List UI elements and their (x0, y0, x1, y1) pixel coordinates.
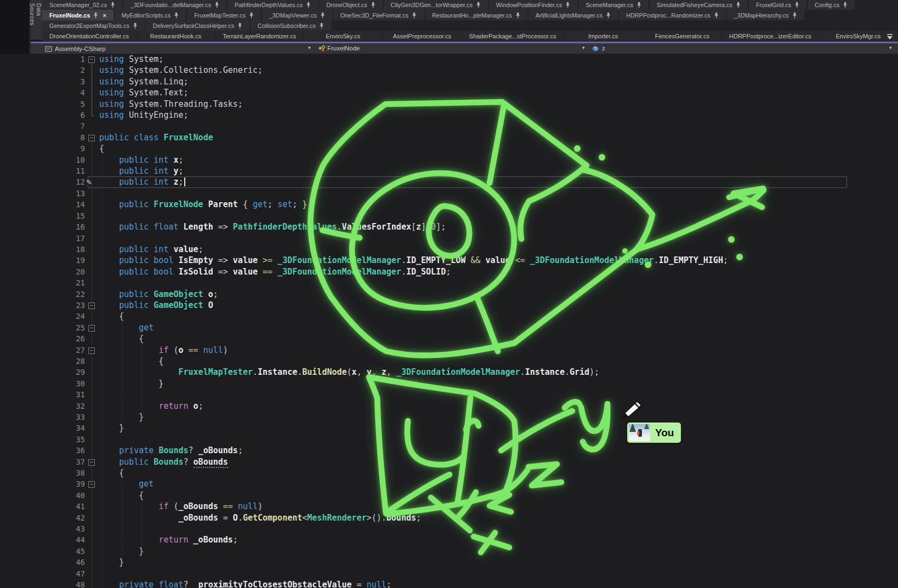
tab-onesec3d-fileformat-cs[interactable]: OneSec3D_FileFormat.cs (333, 10, 424, 20)
code-line-24[interactable]: 24 { (0, 311, 898, 322)
code-line-38[interactable]: 38 { (0, 467, 898, 478)
chevron-down-icon[interactable]: ▾ (889, 45, 892, 50)
tab-fencesgenerator-cs[interactable]: FencesGenerator.cs (643, 31, 721, 42)
code-line-35[interactable]: 35 (0, 434, 898, 445)
pin-icon[interactable] (174, 12, 179, 19)
tab--3dfoundatio-delmanager-cs[interactable]: _3DFoundatio...delManager.cs (123, 0, 226, 10)
pin-icon[interactable] (306, 2, 311, 8)
project-dropdown[interactable]: Assembly-CSharp (55, 45, 106, 52)
code-line-30[interactable]: 30 } (0, 378, 898, 389)
pin-icon[interactable] (320, 12, 325, 19)
tab-scenemanager-cs[interactable]: SceneManager.cs (578, 0, 648, 10)
code-line-7[interactable]: 7 (0, 121, 898, 132)
code-line-22[interactable]: 22 public GameObject o; (0, 289, 898, 300)
tab-terrainlayerrandomizer-cs[interactable]: TerrainLayerRandomizer.cs (215, 31, 303, 42)
tab-deliverysurfaceclasshelper-cs[interactable]: DeliverySurfaceClassHelper.cs (146, 20, 249, 31)
code-line-43[interactable]: 43 (0, 523, 898, 534)
code-line-44[interactable]: 44 return _oBounds; (0, 534, 898, 545)
tab-myeditorscripts-cs[interactable]: MyEditorScripts.cs (115, 10, 186, 20)
code-line-34[interactable]: 34 } (0, 423, 898, 433)
code-line-40[interactable]: 40 { (0, 490, 898, 501)
code-line-14[interactable]: 14 public FruxelNode Parent { get; set; … (0, 199, 898, 210)
pin-icon[interactable] (214, 2, 219, 8)
pin-icon[interactable] (249, 12, 254, 19)
code-line-27[interactable]: 27− if (o == null) (0, 345, 898, 356)
code-line-6[interactable]: 6using UnityEngine; (0, 110, 898, 121)
code-line-13[interactable]: 13 (0, 188, 898, 199)
tab--3dmapviewer-cs[interactable]: _3DMapViewer.cs (262, 10, 332, 20)
code-line-31[interactable]: 31 (0, 389, 898, 400)
tab-shaderpackage-stprocessor-cs[interactable]: ShaderPackage...stProcessor.cs (462, 31, 564, 42)
code-line-21[interactable]: 21 (0, 277, 898, 288)
tab-windowpositionfinder-cs[interactable]: WindowPositionFinder.cs (489, 0, 578, 10)
code-line-47[interactable]: 47 (0, 568, 898, 579)
fold-collapse-icon[interactable]: − (88, 56, 95, 63)
code-line-20[interactable]: 20 public bool IsSolid => value == _3DFo… (0, 266, 898, 277)
member-dropdown[interactable]: z (602, 45, 605, 52)
pin-icon[interactable] (843, 2, 848, 8)
pin-icon[interactable] (794, 2, 799, 8)
pin-icon[interactable] (476, 2, 481, 8)
tab-envirosky-cs[interactable]: EnviroSky.cs (304, 31, 382, 42)
fold-collapse-icon[interactable]: − (88, 135, 95, 141)
code-line-32[interactable]: 32 return o; (0, 401, 898, 412)
close-icon[interactable]: × (103, 12, 106, 19)
code-line-4[interactable]: 4using System.Text; (0, 87, 898, 98)
pin-icon[interactable] (714, 12, 719, 19)
pin-icon[interactable] (515, 12, 520, 19)
code-editor[interactable]: 1−using System;2using System.Collections… (0, 54, 898, 588)
code-line-9[interactable]: 9{ (0, 143, 898, 154)
code-line-10[interactable]: 10 public int x; (0, 155, 898, 165)
tab-collisionsubscriber-cs[interactable]: CollisionSubscriber.cs (251, 20, 331, 31)
tab-droneorientationcontroller-cs[interactable]: DroneOrientationController.cs (42, 31, 136, 42)
tab-config-cs[interactable]: Config.cs (808, 0, 855, 10)
tab--3dmaphierarchy-cs[interactable]: _3DMapHierarchy.cs (727, 10, 804, 20)
pin-icon[interactable] (319, 22, 324, 29)
type-dropdown[interactable]: FruxelNode (327, 45, 360, 52)
pin-icon[interactable] (237, 22, 242, 29)
pin-icon[interactable] (792, 12, 797, 19)
tab-restaurantho-plemanager-cs[interactable]: RestaurantHo...pleManager.cs (425, 10, 527, 20)
tab-hdrppostproce-izereditor-cs[interactable]: HDRPPostproce...izerEditor.cs (722, 31, 819, 42)
code-line-23[interactable]: 23− public GameObject O (0, 300, 898, 311)
pin-icon[interactable] (412, 12, 417, 19)
tab-assetpreprocessor-cs[interactable]: AssetPreprocessor.cs (383, 31, 461, 42)
code-line-25[interactable]: 25− get (0, 322, 898, 333)
tab-fruxelmaptester-cs[interactable]: FruxelMapTester.cs (187, 10, 261, 20)
code-line-18[interactable]: 18 public int value; (0, 244, 898, 255)
tab-simulatedfisheyecamera-cs[interactable]: SimulatedFisheyeCamera.cs (650, 0, 748, 10)
code-line-33[interactable]: 33 } (0, 412, 898, 423)
code-line-39[interactable]: 39− get (0, 478, 898, 489)
panel-tab-data-sources[interactable]: Data Sources (31, 0, 42, 39)
code-line-48[interactable]: 48 private float? proximityToClosestObst… (0, 579, 898, 588)
tab-importer-cs[interactable]: Importer.cs (564, 31, 643, 42)
code-line-3[interactable]: 3using System.Linq; (0, 76, 898, 87)
pin-icon[interactable] (93, 12, 98, 19)
fold-collapse-icon[interactable]: − (88, 325, 95, 332)
tab-generator2exportmaptools-cs[interactable]: Generator2ExportMapTools.cs (42, 20, 145, 31)
pin-icon[interactable] (110, 2, 115, 8)
tab-droneobject-cs[interactable]: DroneObject.cs (319, 0, 382, 10)
tab-fruxelgrid-cs[interactable]: FruxelGrid.cs (749, 0, 806, 10)
fold-collapse-icon[interactable]: − (88, 347, 95, 354)
code-line-8[interactable]: 8−public class FruxelNode (0, 132, 898, 143)
code-line-11[interactable]: 11 public int y; (0, 165, 898, 176)
code-line-2[interactable]: 2using System.Collections.Generic; (0, 65, 898, 76)
code-line-46[interactable]: 46 } (0, 557, 898, 568)
code-line-37[interactable]: 37− public Bounds? oBounds (0, 456, 898, 467)
tab-restauranthook-cs[interactable]: RestaurantHook.cs (137, 31, 215, 42)
tab-fruxelnode-cs[interactable]: FruxelNode.cs× (42, 10, 113, 20)
tab-artificiallightsmanager-cs[interactable]: ArtificialLightsManager.cs (528, 10, 618, 20)
tab-hdrppostproc-randomizer-cs[interactable]: HDRPPostproc...Randomizer.cs (619, 10, 726, 20)
pin-icon[interactable] (371, 2, 376, 8)
code-line-1[interactable]: 1−using System; (0, 54, 898, 65)
pin-icon[interactable] (565, 2, 570, 8)
pin-icon[interactable] (636, 2, 641, 8)
code-line-28[interactable]: 28 { (0, 356, 898, 367)
tab-pathfinderdepthvalues-cs[interactable]: PathfinderDepthValues.cs (228, 0, 318, 10)
code-line-5[interactable]: 5using System.Threading.Tasks; (0, 99, 898, 110)
tab-scenemanager-02-cs[interactable]: SceneManager_02.cs (42, 0, 122, 10)
chevron-down-icon[interactable]: ▾ (582, 45, 585, 50)
code-line-45[interactable]: 45 } (0, 546, 898, 557)
fold-collapse-icon[interactable]: − (88, 302, 95, 309)
